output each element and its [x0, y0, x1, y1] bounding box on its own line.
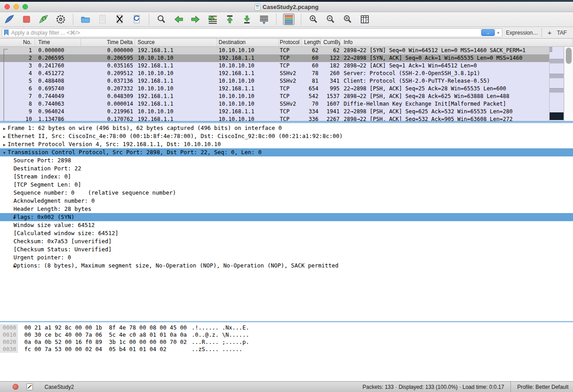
- close-window-button[interactable]: [4, 4, 10, 9]
- collapsed-arrow-icon[interactable]: ▶: [0, 141, 8, 149]
- packet-statistics: Packets: 133 · Displayed: 133 (100.0%) ·…: [363, 384, 510, 390]
- detail-tree-line[interactable]: Urgent pointer: 0: [0, 254, 573, 262]
- hex-line[interactable]: 0030fc 00 7a 53 00 00 02 04 05 b4 01 01 …: [0, 346, 573, 353]
- filter-bookmark-icon[interactable]: [4, 30, 9, 36]
- collapsed-arrow-icon[interactable]: ▶: [0, 214, 13, 222]
- packet-cell: 2: [0, 54, 35, 62]
- apply-filter-button[interactable]: →: [481, 29, 495, 36]
- detail-tree-line[interactable]: ▶Ethernet II, Src: CiscoInc_4e:78:00 (00…: [0, 132, 573, 140]
- go-to-packet-icon[interactable]: [207, 13, 219, 25]
- hex-line[interactable]: 000000 21 a1 92 8c 00 00 1b 8f 4e 78 00 …: [0, 324, 573, 331]
- stop-capture-icon[interactable]: [21, 13, 32, 25]
- packet-row[interactable]: 90.9640240.21996110.10.10.10192.168.1.1T…: [0, 108, 573, 116]
- column-header-protocol[interactable]: Protocol: [279, 39, 301, 46]
- hex-line[interactable]: 00200a 0a 0b 52 00 16 f0 89 3b 1c 00 00 …: [0, 339, 573, 346]
- capture-comment-icon[interactable]: [27, 383, 33, 390]
- packet-cell: 192.168.1.1: [135, 77, 217, 85]
- detail-tree-line[interactable]: ▶Options: (8 bytes), Maximum segment siz…: [0, 262, 573, 270]
- detail-tree-line[interactable]: Window size value: 64512: [0, 221, 573, 229]
- detail-tree-line[interactable]: [Stream index: 0]: [0, 173, 573, 181]
- add-filter-button[interactable]: +: [546, 29, 553, 36]
- column-header-length[interactable]: Length: [301, 39, 321, 46]
- open-file-folder-icon[interactable]: [80, 13, 91, 25]
- restart-capture-icon[interactable]: [38, 13, 49, 25]
- packet-row[interactable]: 80.7440630.000014192.168.1.110.10.10.10S…: [0, 100, 573, 108]
- wireshark-fin-icon[interactable]: [4, 13, 15, 25]
- capture-options-gear-icon[interactable]: [55, 13, 67, 25]
- packet-cell: 0.000014: [81, 100, 135, 108]
- detail-tree-line[interactable]: [TCP Segment Len: 0]: [0, 181, 573, 189]
- column-header-no[interactable]: No.: [0, 39, 35, 46]
- detail-tree-line[interactable]: Source Port: 2898: [0, 156, 573, 165]
- expanded-arrow-icon[interactable]: ▼: [0, 149, 8, 157]
- collapsed-arrow-icon[interactable]: ▶: [0, 262, 13, 270]
- hex-line[interactable]: 001000 30 ce bc 40 00 7a 06 5c 4e c0 a8 …: [0, 331, 573, 339]
- scrollbar-thumb[interactable]: [566, 48, 572, 64]
- find-packet-icon[interactable]: [156, 13, 167, 25]
- zoom-out-icon[interactable]: [325, 13, 336, 25]
- detail-tree-line[interactable]: ▼Transmission Control Protocol, Src Port…: [0, 148, 573, 156]
- packet-cell: 22→2898 [PSH, ACK] Seq=25 Ack=28 Win=655…: [340, 85, 573, 93]
- detail-tree-line[interactable]: Header Length: 28 bytes: [0, 205, 573, 213]
- detail-tree-line[interactable]: Sequence number: 0 (relative sequence nu…: [0, 189, 573, 197]
- packet-cell: 192.168.1.1: [217, 70, 279, 77]
- auto-scroll-icon[interactable]: [258, 13, 270, 25]
- packet-row[interactable]: 30.2417600.035165192.168.1.110.10.10.10T…: [0, 62, 573, 70]
- detail-tree-line[interactable]: [Calculated window size: 64512]: [0, 229, 573, 237]
- packet-list-scrollbar[interactable]: [564, 47, 573, 121]
- packet-row[interactable]: 101.1347860.170762192.168.1.110.10.10.10…: [0, 116, 573, 121]
- packet-row[interactable]: 10.0000000.000000192.168.1.110.10.10.10T…: [0, 47, 573, 54]
- profile-selector[interactable]: Profile: Better Default: [511, 384, 573, 390]
- packet-row[interactable]: 60.6957400.20733210.10.10.10192.168.1.1T…: [0, 85, 573, 93]
- column-header-time[interactable]: Time: [35, 39, 81, 46]
- zoom-reset-icon[interactable]: [342, 13, 354, 25]
- packet-cell: 0.207332: [81, 85, 135, 93]
- collapsed-arrow-icon[interactable]: ▶: [0, 125, 8, 133]
- packet-cell: 3: [0, 62, 35, 70]
- expert-info-button[interactable]: [13, 384, 18, 390]
- packet-row[interactable]: 50.4884080.037136192.168.1.110.10.10.10S…: [0, 77, 573, 85]
- go-back-arrow-icon[interactable]: [173, 13, 184, 25]
- close-file-icon[interactable]: [114, 13, 125, 25]
- column-header-cumbytes[interactable]: CumBytes: [321, 39, 340, 46]
- column-header-timedelta[interactable]: Time Delta: [81, 39, 135, 46]
- detail-tree-line[interactable]: Acknowledgment number: 0: [0, 197, 573, 205]
- minimap-bad-tcp-block: [550, 112, 564, 120]
- packet-row[interactable]: 70.7440490.048309192.168.1.110.10.10.10T…: [0, 93, 573, 100]
- packet-cell: 10.10.10.10: [135, 54, 217, 62]
- column-header-info[interactable]: Info: [340, 39, 573, 46]
- column-header-destination[interactable]: Destination: [217, 39, 279, 46]
- packet-cell: TCP: [279, 93, 301, 100]
- packet-row[interactable]: 40.4512720.20951210.10.10.10192.168.1.1S…: [0, 70, 573, 77]
- save-file-icon[interactable]: [97, 13, 108, 25]
- detail-tree-line[interactable]: ▶Internet Protocol Version 4, Src: 192.1…: [0, 140, 573, 148]
- detail-tree-line[interactable]: Destination Port: 22: [0, 165, 573, 173]
- detail-tree-line[interactable]: [Checksum Status: Unverified]: [0, 245, 573, 254]
- packet-row[interactable]: 20.2065950.20659510.10.10.10192.168.1.1T…: [0, 54, 573, 62]
- packet-cell: 10.10.10.10: [135, 70, 217, 77]
- go-forward-arrow-icon[interactable]: [190, 13, 201, 25]
- go-last-packet-icon[interactable]: [241, 13, 253, 25]
- detail-tree-line[interactable]: ▶Frame 1: 62 bytes on wire (496 bits), 6…: [0, 124, 573, 132]
- collapsed-arrow-icon[interactable]: ▶: [0, 133, 8, 141]
- column-header-source[interactable]: Source: [135, 39, 217, 46]
- zoom-window-button[interactable]: [22, 4, 28, 9]
- detail-tree-line[interactable]: ▶Flags: 0x002 (SYN): [0, 213, 573, 221]
- detail-tree-line[interactable]: Checksum: 0x7a53 [unverified]: [0, 237, 573, 245]
- taf-filter-shortcut[interactable]: TAF: [557, 30, 569, 36]
- resize-columns-icon[interactable]: [359, 13, 371, 25]
- expression-button[interactable]: Expression…: [506, 30, 538, 36]
- display-filter-input[interactable]: Apply a display filter ... <⌘/> → ▾: [2, 28, 502, 37]
- packet-cell: 2898→22 [PSH, ACK] Seq=28 Ack=625 Win=63…: [340, 93, 573, 100]
- go-first-packet-icon[interactable]: [224, 13, 236, 25]
- colorize-packets-icon[interactable]: [283, 13, 295, 25]
- packet-cell: 62: [301, 47, 321, 54]
- zoom-in-icon[interactable]: [308, 13, 319, 25]
- pcap-file-icon: [255, 4, 260, 10]
- minimize-window-button[interactable]: [13, 4, 19, 9]
- detail-line-text: Window size value: 64512: [13, 222, 95, 228]
- filter-dropdown-caret-icon[interactable]: ▾: [497, 31, 500, 35]
- intelligent-scrollbar-minimap[interactable]: [549, 47, 564, 121]
- reload-file-icon[interactable]: [131, 13, 143, 25]
- detail-line-text: [TCP Segment Len: 0]: [13, 181, 81, 188]
